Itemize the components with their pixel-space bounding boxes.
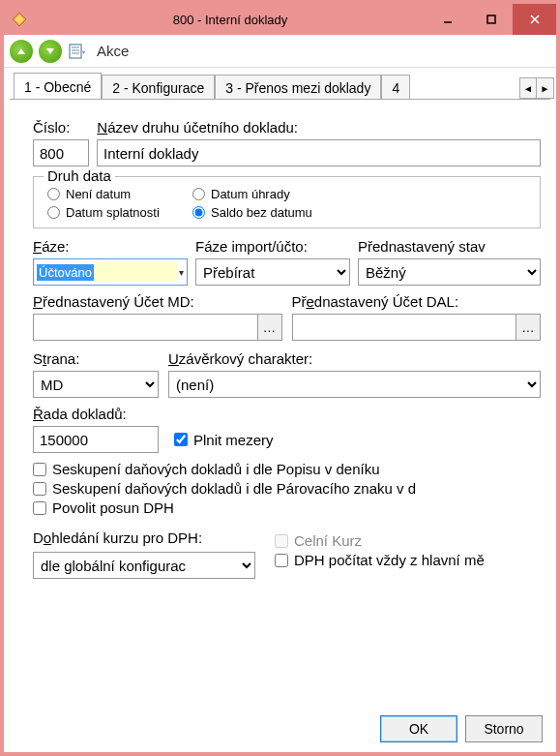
list-icon[interactable] [68, 42, 87, 61]
faze-import-select[interactable]: Přebírat [195, 258, 350, 286]
cislo-label: Číslo: [33, 119, 70, 136]
faze-label: Fáze: [33, 238, 188, 255]
plnit-mezery-checkbox[interactable]: Plnit mezery [174, 432, 274, 448]
nav-up-button[interactable] [10, 40, 33, 63]
strana-label: Strana: [33, 350, 159, 367]
uzaverkovy-select[interactable]: (není) [168, 371, 541, 398]
celni-kurz-checkbox: Celní Kurz [275, 532, 541, 549]
nav-down-button[interactable] [39, 40, 62, 63]
povolit-posun-checkbox[interactable]: Povolit posun DPH [33, 499, 541, 516]
close-button[interactable] [513, 4, 556, 35]
svg-marker-12 [82, 51, 85, 54]
titlebar: 800 - Interní doklady [4, 4, 556, 35]
prednast-stav-select[interactable]: Běžný [358, 258, 541, 286]
maximize-button[interactable] [469, 4, 513, 35]
tab-scroll: ◄ ► [519, 77, 554, 99]
app-icon [12, 12, 27, 27]
radio-neni-datum[interactable]: Není datum [47, 187, 192, 201]
seskup-popisu-checkbox[interactable]: Seskupení daňových dokladů i dle Popisu … [33, 461, 541, 477]
cislo-input[interactable] [33, 139, 89, 166]
strana-select[interactable]: MD [33, 371, 159, 398]
toolbar-akce-label[interactable]: Akce [97, 43, 129, 59]
druh-data-legend: Druh data [44, 167, 115, 184]
tab-content: Číslo: Název druhu účetního dokladu: Dru… [10, 99, 550, 752]
ucet-dal-label: Přednastavený Účet DAL: [292, 293, 542, 310]
ucet-md-lookup-button[interactable]: … [257, 314, 282, 341]
nazev-label: Název druhu účetního dokladu: [97, 119, 298, 136]
dohledani-label: Dohledání kurzu pro DPH: [33, 529, 255, 546]
tabstrip: 1 - Obecné 2 - Konfigurace 3 - Přenos me… [4, 68, 556, 99]
seskup-parov-checkbox[interactable]: Seskupení daňových dokladů i dle Párovac… [33, 480, 541, 497]
tab-4[interactable]: 4 [381, 75, 410, 100]
toolbar: Akce [4, 35, 556, 68]
radio-datum-uhrady[interactable]: Datum úhrady [192, 187, 530, 201]
tab-scroll-left[interactable]: ◄ [519, 77, 537, 99]
svg-marker-7 [46, 48, 54, 54]
svg-rect-3 [487, 15, 495, 23]
nazev-input[interactable] [97, 139, 541, 166]
window: 800 - Interní doklady Akce 1 - Obecné 2 … [0, 0, 560, 756]
dialog-buttons: OK Storno [380, 715, 543, 742]
ucet-md-input[interactable] [33, 314, 257, 341]
ucet-md-label: Přednastavený Účet MD: [33, 293, 282, 310]
druh-data-group: Druh data Není datum Datum úhrady Datum … [33, 176, 541, 228]
ok-button[interactable]: OK [380, 715, 457, 742]
svg-marker-6 [17, 48, 25, 54]
chevron-down-icon: ▾ [179, 267, 184, 278]
radio-datum-splatnosti[interactable]: Datum splatnosti [47, 205, 192, 220]
uzaverkovy-label: Uzávěrkový charakter: [168, 350, 541, 367]
window-controls [426, 4, 556, 35]
minimize-button[interactable] [426, 4, 469, 35]
faze-import-label: Fáze import/účto: [195, 238, 350, 255]
svg-rect-8 [70, 45, 81, 58]
prednast-stav-label: Přednastavený stav [358, 238, 541, 255]
tab-scroll-right[interactable]: ► [537, 77, 554, 99]
ucet-dal-lookup-button[interactable]: … [516, 314, 541, 341]
dph-pocitat-checkbox[interactable]: DPH počítat vždy z hlavní mě [275, 552, 541, 568]
storno-button[interactable]: Storno [465, 715, 543, 742]
rada-dokladu-label: Řada dokladů: [33, 406, 541, 422]
faze-select[interactable]: Účtováno▾ [33, 258, 188, 286]
tab-obecne[interactable]: 1 - Obecné [14, 73, 102, 99]
ucet-dal-input[interactable] [292, 314, 516, 341]
dohledani-select[interactable]: dle globální konfigurac [33, 552, 255, 579]
window-title: 800 - Interní doklady [35, 13, 426, 27]
rada-dokladu-input[interactable] [33, 426, 159, 453]
tab-konfigurace[interactable]: 2 - Konfigurace [102, 75, 215, 100]
radio-saldo-bez-datumu[interactable]: Saldo bez datumu [192, 205, 530, 220]
tab-prenos[interactable]: 3 - Přenos mezi doklady [215, 75, 381, 100]
